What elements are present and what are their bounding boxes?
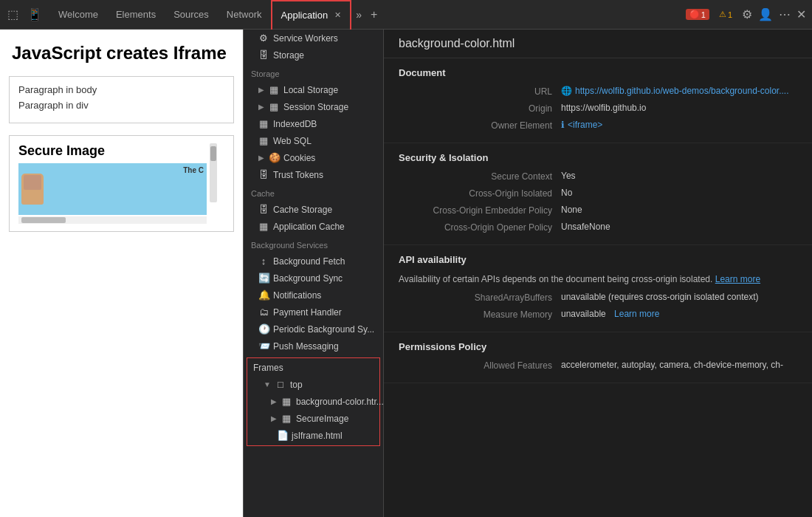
device-icon[interactable]: 📱 — [24, 6, 45, 23]
allowed-features-label: Allowed Features — [399, 360, 561, 371]
sidebar-item-cache-storage[interactable]: 🗄 Cache Storage — [244, 201, 383, 218]
owner-element-value: ℹ <iframe> — [561, 120, 797, 130]
bg-services-section-header: Background Services — [244, 235, 383, 253]
cookies-icon: 🍪 — [269, 152, 279, 163]
permissions-section: Permissions Policy Allowed Features acce… — [384, 332, 812, 383]
image-text-overlay: The C — [183, 166, 204, 174]
coep-row: Cross-Origin Embedder Policy None — [399, 205, 797, 216]
arrow-icon: ▶ — [271, 397, 277, 405]
measure-memory-link[interactable]: Learn more — [614, 309, 659, 319]
owner-element-link[interactable]: <iframe> — [568, 120, 602, 130]
secure-context-row: Secure Context Yes — [399, 171, 797, 182]
info-icon: ℹ — [561, 120, 565, 130]
coop-label: Cross-Origin Opener Policy — [399, 222, 561, 233]
sidebar-item-notifications[interactable]: 🔔 Notifications — [244, 287, 383, 304]
storage-icon: 🗄 — [258, 49, 269, 61]
devtools-icons: ⬚ 📱 — [0, 6, 49, 23]
document-section: Document URL 🌐 https://wolfib.github.io/… — [384, 58, 812, 143]
content-header: background-color.html — [384, 30, 812, 58]
sidebar-item-storage-top[interactable]: 🗄 Storage — [244, 47, 383, 64]
indexeddb-icon: ▦ — [258, 118, 269, 129]
url-row: URL 🌐 https://wolfib.github.io/web-demos… — [399, 86, 797, 97]
api-section: API availability Availability of certain… — [384, 245, 812, 332]
frame-icon: ▦ — [281, 413, 292, 424]
periodic-bg-icon: 🕐 — [258, 323, 269, 335]
storage-section-header: Storage — [244, 64, 383, 81]
warning-badge[interactable]: ⚠ 1 — [715, 9, 736, 20]
allowed-features-value: accelerometer, autoplay, camera, ch-devi… — [561, 360, 797, 370]
trust-tokens-icon: 🗄 — [258, 169, 269, 180]
api-description: Availability of certain APIs depends on … — [399, 273, 797, 286]
sidebar-item-indexeddb[interactable]: ▦ IndexedDB — [244, 115, 383, 132]
application-cache-icon: ▦ — [258, 221, 269, 232]
tab-elements[interactable]: Elements — [107, 0, 165, 30]
document-section-title: Document — [399, 67, 797, 78]
coop-value: UnsafeNone — [561, 222, 797, 232]
tab-network[interactable]: Network — [218, 0, 271, 30]
arrow-icon: ▶ — [271, 414, 277, 422]
measure-memory-label: Measure Memory — [399, 309, 561, 320]
url-link[interactable]: https://wolfib.github.io/web-demos/backg… — [575, 86, 789, 96]
sidebar-item-bg-fetch[interactable]: ↕ Background Fetch — [244, 253, 383, 270]
sidebar-item-bg-sync[interactable]: 🔄 Background Sync — [244, 270, 383, 287]
arrow-icon: ▼ — [264, 380, 271, 388]
people-icon[interactable]: 👤 — [758, 7, 773, 21]
file-icon: 📄 — [277, 430, 287, 441]
sidebar-item-jsiframe[interactable]: 📄 jsIframe.html — [249, 427, 378, 444]
settings-icon[interactable]: ⚙ — [742, 7, 752, 21]
shared-buffers-row: SharedArrayBuffers unavailable (requires… — [399, 292, 797, 303]
add-tab-icon[interactable]: + — [366, 8, 382, 21]
notifications-icon: 🔔 — [258, 290, 269, 301]
cursor-icon[interactable]: ⬚ — [4, 6, 21, 23]
top-frame-icon: □ — [275, 379, 286, 390]
tab-welcome[interactable]: Welcome — [49, 0, 107, 30]
error-badge[interactable]: 🔴 1 — [686, 9, 709, 20]
arrow-icon: ▶ — [258, 154, 264, 162]
sidebar-item-bg-color[interactable]: ▶ ▦ background-color.htr... — [249, 393, 378, 410]
owner-element-row: Owner Element ℹ <iframe> — [399, 120, 797, 131]
sidebar-item-secure-image[interactable]: ▶ ▦ SecureImage — [249, 410, 378, 427]
sidebar-item-push-messaging[interactable]: 📨 Push Messaging — [244, 338, 383, 355]
shared-buffers-value: unavailable (requires cross-origin isola… — [561, 292, 797, 302]
sidebar-item-top[interactable]: ▼ □ top — [249, 376, 378, 393]
sidebar-item-payment-handler[interactable]: 🗂 Payment Handler — [244, 304, 383, 321]
secure-context-value: Yes — [561, 171, 797, 181]
sidebar-item-service-workers[interactable]: ⚙ Service Workers — [244, 30, 383, 47]
cross-origin-isolated-row: Cross-Origin Isolated No — [399, 188, 797, 199]
close-devtools-icon[interactable]: ✕ — [796, 7, 806, 21]
tab-application[interactable]: Application ✕ — [271, 0, 352, 30]
websql-icon: ▦ — [258, 135, 269, 146]
sidebar-item-local-storage[interactable]: ▶ ▦ Local Storage — [244, 81, 383, 98]
service-workers-icon: ⚙ — [258, 32, 269, 44]
allowed-features-row: Allowed Features accelerometer, autoplay… — [399, 360, 797, 371]
preview-section-title: Secure Image — [18, 143, 207, 159]
sidebar-item-application-cache[interactable]: ▦ Application Cache — [244, 218, 383, 235]
security-section: Security & Isolation Secure Context Yes … — [384, 143, 812, 245]
file-title: background-color.html — [399, 37, 515, 49]
sidebar-item-periodic-bg[interactable]: 🕐 Periodic Background Sy... — [244, 321, 383, 338]
coop-row: Cross-Origin Opener Policy UnsafeNone — [399, 222, 797, 233]
sidebar-item-session-storage[interactable]: ▶ ▦ Session Storage — [244, 98, 383, 115]
frames-label: Frames — [249, 360, 378, 376]
sidebar-item-websql[interactable]: ▦ Web SQL — [244, 132, 383, 149]
owner-element-label: Owner Element — [399, 120, 561, 131]
preview-title: JavaScript creates Iframe — [0, 30, 243, 70]
coep-label: Cross-Origin Embedder Policy — [399, 205, 561, 216]
origin-value: https://wolfib.github.io — [561, 103, 797, 113]
more-options-icon[interactable]: ⋯ — [779, 7, 791, 21]
secure-context-label: Secure Context — [399, 171, 561, 182]
api-learn-more-link[interactable]: Learn more — [715, 274, 760, 284]
sidebar-item-cookies[interactable]: ▶ 🍪 Cookies — [244, 149, 383, 166]
permissions-section-title: Permissions Policy — [399, 341, 797, 352]
more-tabs-icon[interactable]: » — [351, 9, 366, 21]
preview-section-1: Paragraph in body Paragraph in div — [9, 76, 234, 123]
tab-sources[interactable]: Sources — [165, 0, 218, 30]
sidebar: ⚙ Service Workers 🗄 Storage Storage ▶ ▦ … — [244, 30, 384, 517]
local-storage-icon: ▦ — [269, 84, 279, 95]
cross-origin-isolated-value: No — [561, 188, 797, 198]
sidebar-item-trust-tokens[interactable]: 🗄 Trust Tokens — [244, 166, 383, 183]
origin-row: Origin https://wolfib.github.io — [399, 103, 797, 114]
close-tab-icon[interactable]: ✕ — [334, 10, 341, 20]
error-icon: 🔴 — [689, 10, 700, 19]
arrow-icon: ▶ — [258, 103, 264, 111]
